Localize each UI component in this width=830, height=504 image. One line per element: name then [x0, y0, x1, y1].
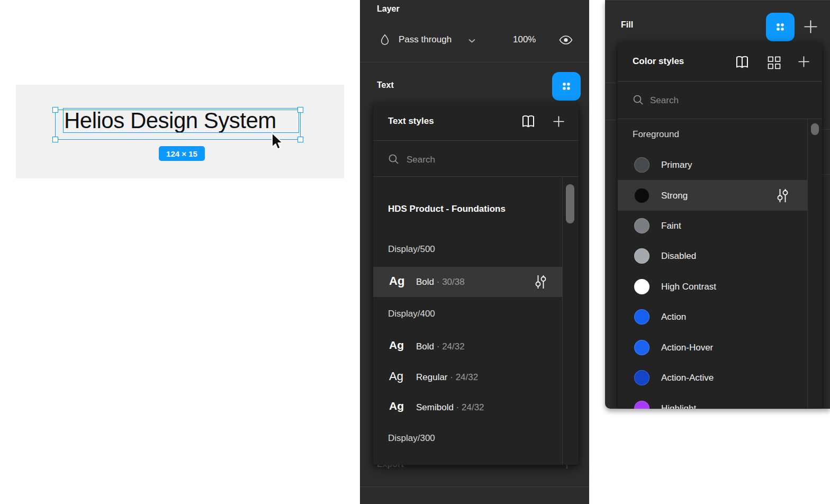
style-name: Semibold · 24/32	[416, 402, 484, 413]
color-style-row[interactable]: Action-Hover	[618, 332, 807, 363]
color-style-name: Disabled	[661, 251, 696, 262]
color-swatch	[634, 218, 649, 233]
style-sample: Ag	[389, 370, 403, 383]
panel-divider	[822, 174, 830, 175]
popup-divider	[373, 140, 579, 141]
color-style-row[interactable]: Strong	[618, 180, 807, 211]
search-icon	[388, 154, 399, 165]
text-styles-popup: Text styles Search HDS Product - Foundat…	[373, 103, 579, 465]
text-style-applied-button[interactable]	[552, 72, 581, 101]
color-swatch	[634, 248, 649, 264]
color-style-row[interactable]: High Contrast	[618, 272, 807, 302]
color-swatch	[634, 309, 649, 325]
panel-divider	[605, 120, 618, 120]
style-name: Bold · 24/32	[416, 341, 465, 352]
color-style-name: Faint	[661, 221, 681, 231]
color-style-name: Action-Hover	[661, 343, 713, 353]
layer-section-title: Layer	[377, 4, 400, 14]
selection-handle-bottom-left[interactable]	[52, 137, 58, 142]
color-style-name: Action	[661, 312, 686, 322]
color-styles-popup: Color styles Search Foreground	[618, 42, 822, 408]
selection-handle-bottom-right[interactable]	[297, 137, 303, 142]
style-sample: Ag	[389, 400, 404, 412]
color-swatch	[634, 401, 649, 409]
popup-divider	[373, 176, 579, 177]
blend-mode-icon	[380, 34, 390, 46]
applied-style-dots-icon	[773, 20, 787, 34]
popup-divider	[618, 119, 822, 119]
text-style-row[interactable]: Ag Regular · 24/32	[373, 362, 563, 392]
color-style-row[interactable]: Highlight	[618, 393, 807, 409]
library-book-icon[interactable]	[520, 115, 536, 128]
selection-handle-top-right[interactable]	[297, 107, 303, 113]
color-style-row[interactable]: Faint	[618, 211, 807, 241]
color-style-name: Action-Active	[661, 373, 714, 383]
color-style-name: High Contrast	[661, 282, 716, 292]
style-group-label: Display/300	[388, 433, 435, 444]
style-group-label: Display/400	[388, 309, 435, 319]
color-style-name: Strong	[661, 191, 688, 201]
color-swatch	[634, 188, 649, 203]
style-meta: · 30/38	[437, 277, 465, 287]
fill-section-title: Fill	[621, 20, 633, 30]
search-input[interactable]: Search	[407, 155, 435, 165]
figma-workspace: Helios Design System 124 × 15 Layer Pass…	[0, 0, 830, 504]
search-input[interactable]: Search	[650, 95, 679, 106]
add-fill-icon[interactable]	[804, 20, 818, 34]
scrollbar-thumb[interactable]	[566, 184, 574, 223]
style-meta: · 24/32	[450, 372, 478, 382]
color-style-row[interactable]: Primary	[618, 150, 807, 180]
color-swatch	[634, 370, 649, 385]
style-meta: · 24/32	[437, 341, 465, 352]
style-name: Bold · 30/38	[416, 277, 465, 287]
scrollbar-track	[807, 119, 808, 408]
fill-panel: Fill Color styles	[605, 0, 830, 409]
text-styles-title: Text styles	[388, 116, 434, 127]
edit-style-sliders-icon[interactable]	[777, 188, 788, 203]
selection-handle-top-left[interactable]	[52, 107, 58, 113]
color-style-row[interactable]: Action	[618, 302, 807, 332]
text-style-row[interactable]: Ag Semibold · 24/32	[373, 392, 563, 422]
style-meta: · 24/32	[456, 402, 484, 412]
panel-divider	[605, 83, 618, 83]
text-style-row[interactable]: Ag Bold · 24/32	[373, 331, 563, 361]
color-swatch	[634, 157, 649, 173]
text-section-title: Text	[377, 80, 394, 90]
visibility-eye-icon[interactable]	[559, 35, 573, 44]
edit-style-sliders-icon[interactable]	[535, 275, 546, 289]
scrollbar-thumb[interactable]	[811, 123, 819, 135]
search-icon	[633, 94, 644, 105]
color-style-row[interactable]: Disabled	[618, 241, 807, 271]
color-swatch	[634, 340, 649, 355]
library-book-icon[interactable]	[734, 56, 750, 69]
chevron-down-icon[interactable]	[468, 38, 476, 43]
selection-box	[55, 110, 301, 140]
color-style-row[interactable]: Action-Active	[618, 363, 807, 393]
section-divider	[360, 487, 589, 487]
style-name: Regular · 24/32	[416, 372, 478, 383]
popup-divider	[618, 81, 822, 82]
section-divider	[360, 62, 589, 62]
panel-divider	[822, 129, 830, 130]
text-style-row[interactable]: Ag Bold · 30/38	[373, 267, 563, 297]
scrollbar-track	[562, 176, 563, 465]
color-styles-title: Color styles	[633, 56, 684, 67]
add-style-icon[interactable]	[553, 115, 565, 128]
style-group-label: Display/500	[388, 244, 435, 255]
color-style-name: Highlight	[661, 403, 696, 409]
opacity-value[interactable]: 100%	[513, 34, 536, 45]
grid-view-icon[interactable]	[768, 56, 781, 69]
library-name: HDS Product - Foundations	[388, 204, 506, 214]
cursor-icon	[270, 132, 286, 152]
color-group-label: Foreground	[633, 129, 679, 140]
style-sample: Ag	[389, 339, 404, 352]
color-swatch	[634, 279, 649, 294]
blend-mode-dropdown[interactable]: Pass through	[399, 34, 452, 45]
style-sample: Ag	[389, 274, 404, 288]
color-style-name: Primary	[661, 160, 692, 170]
add-color-style-icon[interactable]	[798, 56, 810, 68]
dimension-badge: 124 × 15	[159, 146, 205, 161]
fill-style-applied-button[interactable]	[766, 13, 795, 41]
applied-style-dots-icon	[560, 79, 573, 93]
